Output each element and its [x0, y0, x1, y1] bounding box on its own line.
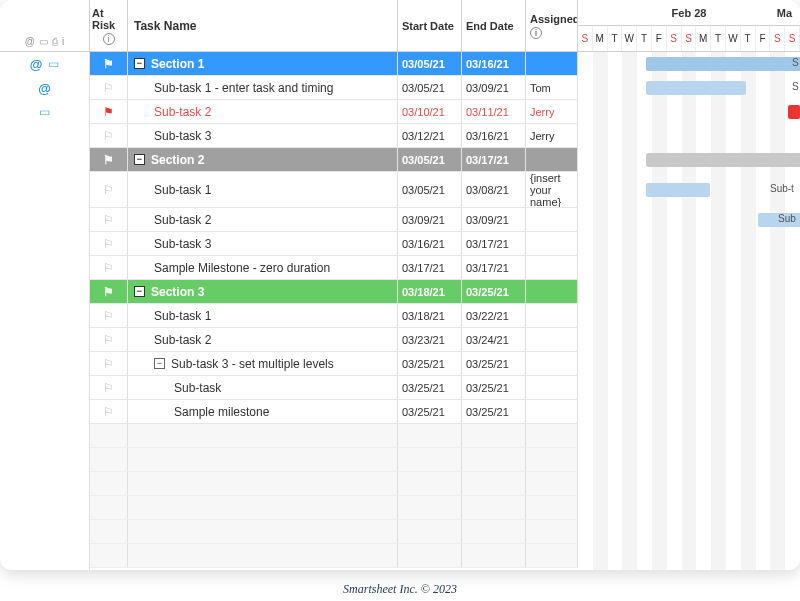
gantt-bar[interactable] — [646, 153, 800, 167]
collapse-toggle-icon[interactable]: − — [134, 154, 145, 165]
task-name-cell[interactable]: Sub-task 3 — [128, 124, 398, 147]
task-name-cell[interactable]: Sub-task 1 — [128, 172, 398, 207]
start-date-cell[interactable]: 03/25/21 — [398, 400, 462, 423]
task-name-cell[interactable]: Sample milestone — [128, 400, 398, 423]
collapse-toggle-icon[interactable]: − — [134, 286, 145, 297]
collapse-toggle-icon[interactable]: − — [154, 358, 165, 369]
gantt-chart-area[interactable]: SSSub-tSub — [578, 52, 800, 570]
assigned-cell[interactable] — [526, 208, 578, 231]
task-row[interactable]: ⚐Sub-task 203/09/2103/09/21 — [90, 208, 578, 232]
start-date-cell[interactable]: 03/05/21 — [398, 52, 462, 75]
start-date-cell[interactable]: 03/16/21 — [398, 232, 462, 255]
end-date-cell[interactable]: 03/11/21 — [462, 100, 526, 123]
assigned-cell[interactable] — [526, 256, 578, 279]
task-name-cell[interactable]: −Section 2 — [128, 148, 398, 171]
flag-icon[interactable]: ⚐ — [103, 81, 114, 95]
col-header-start-date[interactable]: Start Date — [398, 0, 462, 51]
gantt-bar[interactable] — [646, 57, 800, 71]
flag-icon[interactable]: ⚑ — [103, 285, 114, 299]
empty-row[interactable] — [90, 520, 578, 544]
flag-icon[interactable]: ⚑ — [103, 153, 114, 167]
task-name-cell[interactable]: Sub-task — [128, 376, 398, 399]
flag-icon[interactable]: ⚐ — [103, 309, 114, 323]
col-header-at-risk[interactable]: At Risk i — [90, 0, 128, 51]
flag-icon[interactable]: ⚐ — [103, 357, 114, 371]
section-row[interactable]: ⚑−Section 103/05/2103/16/21 — [90, 52, 578, 76]
task-name-cell[interactable]: −Section 1 — [128, 52, 398, 75]
task-row[interactable]: ⚐Sub-task 303/12/2103/16/21Jerry — [90, 124, 578, 148]
start-date-cell[interactable]: 03/25/21 — [398, 352, 462, 375]
task-row[interactable]: ⚑Sub-task 203/10/2103/11/21Jerry — [90, 100, 578, 124]
empty-row[interactable] — [90, 496, 578, 520]
task-row[interactable]: ⚐Sub-task 103/18/2103/22/21 — [90, 304, 578, 328]
assigned-cell[interactable] — [526, 328, 578, 351]
gantt-bar[interactable] — [646, 183, 710, 197]
start-date-cell[interactable]: 03/10/21 — [398, 100, 462, 123]
assigned-cell[interactable] — [526, 304, 578, 327]
flag-icon[interactable]: ⚐ — [103, 129, 114, 143]
assigned-cell[interactable] — [526, 280, 578, 303]
start-date-cell[interactable]: 03/05/21 — [398, 76, 462, 99]
assigned-cell[interactable]: Jerry — [526, 124, 578, 147]
end-date-cell[interactable]: 03/25/21 — [462, 280, 526, 303]
assigned-cell[interactable]: {insert your name} — [526, 172, 578, 207]
assigned-cell[interactable] — [526, 352, 578, 375]
end-date-cell[interactable]: 03/17/21 — [462, 148, 526, 171]
assigned-cell[interactable]: Tom — [526, 76, 578, 99]
col-header-task-name[interactable]: Task Name — [128, 0, 398, 51]
flag-icon[interactable]: ⚑ — [103, 105, 114, 119]
assigned-cell[interactable] — [526, 148, 578, 171]
task-name-cell[interactable]: Sub-task 2 — [128, 208, 398, 231]
end-date-cell[interactable]: 03/25/21 — [462, 352, 526, 375]
assigned-cell[interactable] — [526, 232, 578, 255]
task-row[interactable]: ⚐Sample Milestone - zero duration03/17/2… — [90, 256, 578, 280]
section-row[interactable]: ⚑−Section 303/18/2103/25/21 — [90, 280, 578, 304]
assigned-cell[interactable] — [526, 400, 578, 423]
flag-icon[interactable]: ⚐ — [103, 381, 114, 395]
assigned-cell[interactable] — [526, 376, 578, 399]
flag-icon[interactable]: ⚐ — [103, 261, 114, 275]
end-date-cell[interactable]: 03/17/21 — [462, 232, 526, 255]
task-row[interactable]: ⚐Sub-task 303/16/2103/17/21 — [90, 232, 578, 256]
attachment-icon[interactable]: @ — [30, 57, 43, 72]
end-date-cell[interactable]: 03/16/21 — [462, 124, 526, 147]
flag-icon[interactable]: ⚑ — [103, 57, 114, 71]
task-row[interactable]: ⚐Sample milestone03/25/2103/25/21 — [90, 400, 578, 424]
col-header-assigned[interactable]: Assigned i — [526, 0, 578, 51]
collapse-toggle-icon[interactable]: − — [134, 58, 145, 69]
start-date-cell[interactable]: 03/18/21 — [398, 304, 462, 327]
attachment-icon[interactable]: @ — [38, 81, 51, 96]
empty-row[interactable] — [90, 544, 578, 568]
empty-row[interactable] — [90, 448, 578, 472]
flag-icon[interactable]: ⚐ — [103, 183, 114, 197]
start-date-cell[interactable]: 03/05/21 — [398, 172, 462, 207]
gantt-bar[interactable] — [646, 81, 746, 95]
start-date-cell[interactable]: 03/09/21 — [398, 208, 462, 231]
task-row[interactable]: ⚐Sub-task 103/05/2103/08/21{insert your … — [90, 172, 578, 208]
end-date-cell[interactable]: 03/25/21 — [462, 400, 526, 423]
end-date-cell[interactable]: 03/08/21 — [462, 172, 526, 207]
task-name-cell[interactable]: Sub-task 1 - enter task and timing — [128, 76, 398, 99]
empty-row[interactable] — [90, 424, 578, 448]
end-date-cell[interactable]: 03/09/21 — [462, 76, 526, 99]
end-date-cell[interactable]: 03/09/21 — [462, 208, 526, 231]
flag-icon[interactable]: ⚐ — [103, 333, 114, 347]
start-date-cell[interactable]: 03/05/21 — [398, 148, 462, 171]
task-name-cell[interactable]: Sub-task 1 — [128, 304, 398, 327]
start-date-cell[interactable]: 03/17/21 — [398, 256, 462, 279]
assigned-cell[interactable]: Jerry — [526, 100, 578, 123]
start-date-cell[interactable]: 03/18/21 — [398, 280, 462, 303]
flag-icon[interactable]: ⚐ — [103, 405, 114, 419]
task-name-cell[interactable]: Sample Milestone - zero duration — [128, 256, 398, 279]
gantt-bar[interactable] — [788, 105, 800, 119]
task-name-cell[interactable]: −Section 3 — [128, 280, 398, 303]
flag-icon[interactable]: ⚐ — [103, 213, 114, 227]
flag-icon[interactable]: ⚐ — [103, 237, 114, 251]
section-row[interactable]: ⚑−Section 203/05/2103/17/21 — [90, 148, 578, 172]
empty-row[interactable] — [90, 472, 578, 496]
task-row[interactable]: ⚐−Sub-task 3 - set multiple levels03/25/… — [90, 352, 578, 376]
task-name-cell[interactable]: Sub-task 2 — [128, 100, 398, 123]
comment-icon[interactable]: ▭ — [39, 105, 50, 119]
end-date-cell[interactable]: 03/17/21 — [462, 256, 526, 279]
end-date-cell[interactable]: 03/22/21 — [462, 304, 526, 327]
